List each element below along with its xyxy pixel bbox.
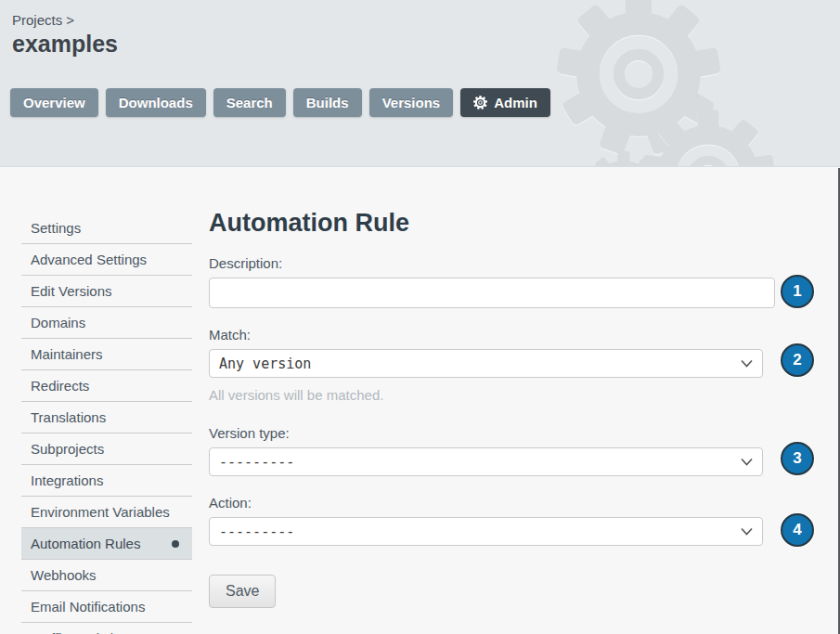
sidebar-item-label: Redirects: [31, 370, 89, 401]
sidebar-item-label: Advanced Settings: [31, 244, 147, 275]
project-header: Projects > examples Overview Downloads S…: [0, 0, 840, 167]
project-nav-tabs: Overview Downloads Search Builds Version…: [10, 88, 550, 117]
sidebar-item-label: Email Notifications: [31, 591, 145, 622]
project-name-heading: examples: [12, 31, 118, 58]
match-label: Match:: [209, 327, 775, 343]
match-help-text: All versions will be matched.: [209, 387, 775, 403]
sidebar-item-label: Maintainers: [31, 339, 103, 369]
admin-sidebar: Settings Advanced Settings Edit Versions…: [21, 213, 192, 634]
page-title: Automation Rule: [209, 206, 775, 239]
breadcrumb: Projects >: [12, 12, 74, 28]
chevron-down-icon: [741, 359, 753, 368]
action-label: Action:: [209, 495, 775, 511]
annotation-badge-2: 2: [781, 343, 814, 377]
sidebar-item-label: Automation Rules: [31, 528, 140, 559]
automation-rule-form: Automation Rule Description: Match: Any …: [209, 168, 775, 608]
tab-label: Admin: [494, 95, 537, 110]
sidebar-item-traffic-analytics[interactable]: Traffic Analytics: [21, 623, 192, 634]
version-type-select-value: ---------: [219, 454, 294, 471]
tab-label: Overview: [23, 95, 85, 110]
gear-watermark-icon: [585, 151, 663, 167]
annotation-badge-1: 1: [781, 275, 814, 308]
description-input[interactable]: [209, 278, 775, 308]
sidebar-item-label: Settings: [31, 213, 81, 243]
action-select[interactable]: ---------: [209, 517, 763, 546]
current-page-dot-icon: [172, 540, 179, 548]
description-label: Description:: [209, 255, 775, 271]
sidebar-item-subprojects[interactable]: Subprojects: [21, 433, 192, 465]
breadcrumb-separator: >: [66, 12, 74, 28]
tab-admin[interactable]: Admin: [460, 88, 550, 117]
tab-label: Search: [226, 95, 273, 110]
version-type-label: Version type:: [209, 425, 775, 441]
sidebar-item-automation-rules[interactable]: Automation Rules: [21, 528, 192, 560]
sidebar-item-translations[interactable]: Translations: [21, 402, 192, 433]
sidebar-item-edit-versions[interactable]: Edit Versions: [21, 276, 192, 307]
sidebar-item-label: Integrations: [31, 465, 103, 496]
sidebar-item-advanced-settings[interactable]: Advanced Settings: [21, 244, 192, 276]
action-select-value: ---------: [219, 524, 294, 540]
project-admin-page: Projects > examples Overview Downloads S…: [0, 0, 840, 634]
sidebar-item-redirects[interactable]: Redirects: [21, 370, 192, 402]
tab-downloads[interactable]: Downloads: [106, 88, 206, 117]
breadcrumb-projects-link[interactable]: Projects: [12, 12, 62, 28]
match-select-value: Any version: [219, 356, 311, 372]
gear-icon: [473, 96, 487, 110]
match-select[interactable]: Any version: [209, 349, 763, 378]
sidebar-item-label: Webhooks: [31, 560, 97, 590]
sidebar-item-label: Environment Variables: [31, 497, 170, 527]
annotation-badge-4: 4: [781, 513, 814, 547]
tab-builds[interactable]: Builds: [293, 88, 362, 117]
sidebar-item-domains[interactable]: Domains: [21, 307, 192, 339]
annotation-badge-3: 3: [781, 442, 814, 475]
tab-search[interactable]: Search: [213, 88, 286, 117]
tab-label: Builds: [306, 95, 349, 110]
chevron-down-icon: [741, 527, 753, 536]
sidebar-item-maintainers[interactable]: Maintainers: [21, 339, 192, 370]
sidebar-item-email-notifications[interactable]: Email Notifications: [21, 591, 192, 623]
sidebar-item-label: Traffic Analytics: [31, 623, 127, 634]
chevron-down-icon: [741, 458, 753, 466]
sidebar-item-label: Translations: [31, 402, 106, 433]
version-type-select[interactable]: ---------: [209, 447, 763, 476]
sidebar-item-webhooks[interactable]: Webhooks: [21, 560, 192, 591]
sidebar-item-settings[interactable]: Settings: [21, 213, 192, 244]
save-button[interactable]: Save: [209, 575, 276, 608]
sidebar-item-label: Domains: [31, 307, 85, 338]
sidebar-item-label: Edit Versions: [31, 276, 112, 306]
tab-label: Downloads: [119, 95, 193, 110]
sidebar-item-label: Subprojects: [31, 433, 104, 464]
tab-overview[interactable]: Overview: [10, 88, 98, 117]
sidebar-item-environment-variables[interactable]: Environment Variables: [21, 497, 192, 528]
tab-versions[interactable]: Versions: [369, 88, 454, 117]
sidebar-item-integrations[interactable]: Integrations: [21, 465, 192, 497]
tab-label: Versions: [382, 95, 441, 110]
